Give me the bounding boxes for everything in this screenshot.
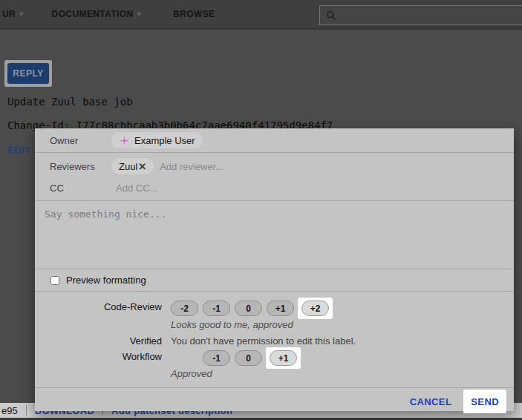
- code-review-hint: Looks good to me, approved: [171, 319, 293, 330]
- divider: [26, 405, 27, 416]
- code-review-minus2-button[interactable]: -2: [171, 301, 198, 316]
- send-button[interactable]: SEND: [471, 396, 499, 407]
- edit-link[interactable]: EDIT: [7, 145, 30, 156]
- workflow-zero-button[interactable]: 0: [235, 350, 262, 366]
- reviewers-row: Reviewers Zuul ✕: [50, 155, 293, 177]
- reply-button-highlight: REPLY: [4, 60, 52, 87]
- workflow-plus1-button[interactable]: +1: [270, 350, 297, 366]
- send-button-highlight: SEND: [463, 390, 506, 413]
- sha-fragment: e95: [1, 405, 18, 416]
- dialog-footer: CANCEL SEND: [410, 390, 506, 413]
- reply-message-textarea[interactable]: [35, 200, 514, 269]
- owner-chip[interactable]: Example User: [111, 132, 203, 148]
- code-review-minus1-button[interactable]: -1: [203, 301, 230, 316]
- workflow-hint: Approved: [171, 368, 212, 379]
- owner-chip-label: Example User: [134, 135, 195, 146]
- workflow-minus1-button[interactable]: -1: [203, 350, 230, 366]
- screen: UR ▾ DOCUMENTATION ▾ BROWSE REPLY Update…: [0, 0, 522, 420]
- code-review-label: Code-Review: [35, 301, 162, 312]
- commit-message-title: Update Zuul base job: [7, 96, 133, 108]
- nav-menu-documentation-label: DOCUMENTATION: [52, 9, 134, 19]
- cancel-button[interactable]: CANCEL: [410, 396, 452, 407]
- search-input[interactable]: [341, 10, 512, 21]
- divider: [35, 291, 514, 292]
- owner-label: Owner: [50, 135, 111, 146]
- workflow-label: Workflow: [35, 351, 162, 362]
- code-review-buttons: -2 -1 0 +1 +2: [171, 298, 333, 319]
- divider: [35, 152, 514, 153]
- verified-permission-message: You don't have permission to edit this l…: [171, 335, 356, 347]
- avatar: [119, 135, 130, 146]
- reply-button[interactable]: REPLY: [7, 63, 49, 84]
- code-review-plus2-button[interactable]: +2: [301, 301, 329, 316]
- chevron-down-icon: ▾: [19, 10, 23, 18]
- workflow-plus1-highlight: +1: [266, 347, 301, 369]
- preview-formatting-checkbox[interactable]: [50, 276, 59, 285]
- nav-menu-browse-label: BROWSE: [173, 9, 215, 19]
- cc-row: CC: [50, 177, 249, 198]
- reviewers-label: Reviewers: [50, 161, 111, 172]
- divider: [35, 387, 514, 388]
- add-reviewer-input[interactable]: [160, 161, 293, 172]
- preview-formatting-row: Preview formatting: [50, 275, 146, 286]
- search-icon: [326, 10, 336, 21]
- preview-formatting-label: Preview formatting: [66, 275, 146, 286]
- nav-menu-ur[interactable]: UR ▾: [2, 9, 24, 19]
- code-review-plus2-highlight: +2: [298, 298, 333, 319]
- verified-label: Verified: [35, 335, 162, 347]
- search-box[interactable]: [319, 5, 522, 25]
- reviewer-chip-zuul[interactable]: Zuul ✕: [111, 158, 154, 174]
- nav-menu-browse[interactable]: BROWSE: [173, 9, 215, 19]
- reviewer-chip-label: Zuul: [119, 161, 137, 172]
- chevron-down-icon: ▾: [137, 10, 141, 18]
- code-review-plus1-button[interactable]: +1: [267, 301, 294, 316]
- workflow-buttons: -1 0 +1: [203, 347, 301, 369]
- remove-reviewer-icon[interactable]: ✕: [138, 161, 146, 172]
- add-cc-input[interactable]: [116, 183, 249, 194]
- reply-dialog: Owner Example User Reviewers Zuul ✕: [35, 128, 514, 411]
- nav-menu-ur-label: UR: [2, 9, 16, 19]
- nav-menu-documentation[interactable]: DOCUMENTATION ▾: [52, 9, 142, 19]
- owner-row: Owner Example User: [50, 128, 203, 152]
- cc-label: CC: [50, 183, 111, 194]
- top-nav-bar: UR ▾ DOCUMENTATION ▾ BROWSE: [0, 0, 522, 30]
- code-review-zero-button[interactable]: 0: [235, 301, 262, 316]
